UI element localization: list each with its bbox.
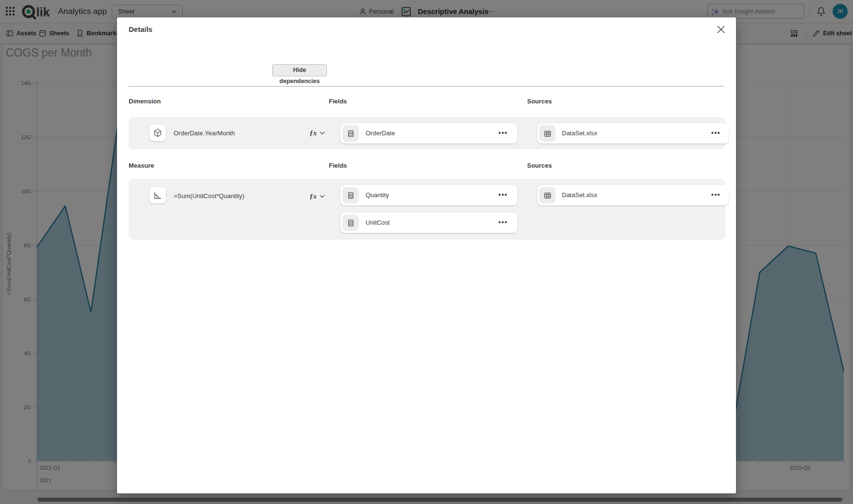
dialog-divider (129, 86, 724, 86)
hide-dependencies-button[interactable]: Hide dependencies (272, 64, 327, 76)
table-source-icon (539, 187, 556, 203)
field-card-orderdate[interactable]: OrderDate ••• (340, 123, 517, 144)
field-more-button[interactable]: ••• (499, 185, 508, 205)
measure-expression: =Sum(UnitCost*Quantity) (174, 187, 244, 205)
close-button[interactable] (716, 24, 726, 35)
fx-icon: ƒx (309, 129, 317, 137)
field-more-button[interactable]: ••• (499, 213, 508, 233)
measure-header: Measure (129, 162, 154, 169)
source-card-dataset-dimension[interactable]: DataSet.xlsx ••• (537, 123, 729, 144)
sources-header-dimension: Sources (527, 98, 552, 105)
dimension-header: Dimension (129, 98, 161, 105)
dimension-name: OrderDate.YearMonth (174, 117, 235, 149)
measure-ruler-icon (149, 187, 166, 203)
source-more-button[interactable]: ••• (711, 185, 721, 205)
dialog-title: Details (129, 25, 152, 33)
details-dialog: Details Hide dependencies Dimension Fiel… (117, 17, 736, 493)
field-label: OrderDate (366, 123, 395, 144)
measure-expression-dropdown[interactable]: ƒx (309, 187, 325, 205)
field-label: UnitCost (366, 213, 390, 233)
fx-icon: ƒx (309, 192, 317, 201)
field-icon (342, 125, 359, 142)
fields-header-dimension: Fields (329, 98, 347, 105)
field-card-unitcost[interactable]: UnitCost ••• (340, 213, 517, 233)
source-more-button[interactable]: ••• (711, 123, 721, 144)
chevron-down-icon (320, 131, 325, 135)
field-icon (342, 187, 359, 203)
dimension-cube-icon (149, 125, 166, 141)
dimension-expression-dropdown[interactable]: ƒx (309, 117, 325, 149)
field-card-quantity[interactable]: Quantity ••• (340, 185, 517, 205)
dimension-row-band: OrderDate.YearMonth ƒx OrderDate ••• (129, 117, 725, 149)
qlik-app-window: lik Analytics app Sheet Personal Descrip… (0, 0, 853, 504)
table-source-icon (539, 125, 556, 142)
field-label: Quantity (366, 185, 389, 205)
close-icon (716, 24, 726, 35)
source-label: DataSet.xlsx (562, 185, 597, 205)
field-icon (342, 215, 359, 231)
source-label: DataSet.xlsx (562, 123, 597, 144)
field-more-button[interactable]: ••• (499, 123, 508, 144)
sources-header-measure: Sources (527, 162, 552, 169)
chevron-down-icon (320, 195, 325, 198)
source-card-dataset-measure[interactable]: DataSet.xlsx ••• (537, 185, 729, 205)
fields-header-measure: Fields (329, 162, 347, 169)
measure-row-band: =Sum(UnitCost*Quantity) ƒx Quantity ••• (129, 179, 725, 240)
